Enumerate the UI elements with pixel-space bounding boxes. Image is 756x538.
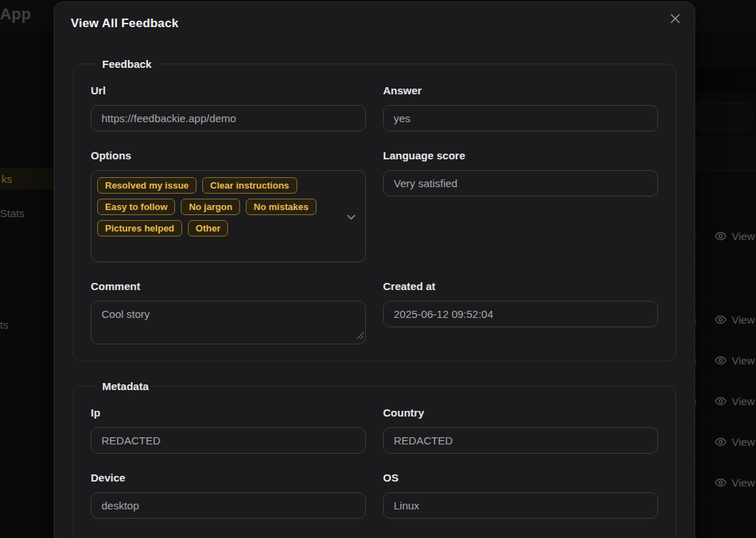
language-score-label: Language score xyxy=(383,149,658,161)
feedback-section: Feedback Url Answer Options Resolved my … xyxy=(73,58,676,362)
option-chip[interactable]: No mistakes xyxy=(246,199,317,215)
created-at-field-group: Created at xyxy=(383,280,658,344)
country-label: Country xyxy=(383,407,658,419)
option-chip[interactable]: Resolved my issue xyxy=(97,177,197,194)
language-score-field-group: Language score xyxy=(383,149,658,262)
answer-label: Answer xyxy=(383,84,658,96)
url-field-group: Url xyxy=(91,84,366,131)
device-field-group: Device xyxy=(91,472,366,519)
ip-field-group: Ip xyxy=(91,407,366,454)
option-chip[interactable]: Other xyxy=(188,220,229,236)
url-label: Url xyxy=(91,84,366,96)
answer-input[interactable] xyxy=(383,105,658,131)
options-field-group: Options Resolved my issue Clear instruct… xyxy=(91,149,366,262)
option-chip[interactable]: Pictures helped xyxy=(97,220,182,236)
answer-field-group: Answer xyxy=(383,84,658,131)
device-input[interactable] xyxy=(91,492,366,519)
options-label: Options xyxy=(91,149,366,161)
os-field-group: OS xyxy=(383,472,658,519)
metadata-section-legend: Metadata xyxy=(96,380,154,392)
options-multiselect[interactable]: Resolved my issue Clear instructions Eas… xyxy=(91,170,366,262)
resize-handle-icon[interactable] xyxy=(357,329,364,342)
chevron-down-icon[interactable] xyxy=(346,211,357,225)
comment-label: Comment xyxy=(91,280,366,292)
device-label: Device xyxy=(91,472,366,484)
option-chip[interactable]: Clear instructions xyxy=(202,177,297,194)
country-field-group: Country xyxy=(383,407,658,454)
comment-field-group: Comment Cool story xyxy=(91,280,366,344)
url-input[interactable] xyxy=(91,105,366,131)
view-all-feedback-modal: View All Feedback Feedback Url Answer Op… xyxy=(54,1,695,538)
modal-title: View All Feedback xyxy=(71,16,676,31)
ip-input[interactable] xyxy=(91,427,366,454)
comment-textarea[interactable]: Cool story xyxy=(91,301,366,344)
ip-label: Ip xyxy=(91,407,366,419)
os-input[interactable] xyxy=(383,492,658,519)
created-at-input[interactable] xyxy=(383,301,658,327)
close-icon[interactable] xyxy=(667,11,683,26)
country-input[interactable] xyxy=(383,427,658,454)
language-score-input[interactable] xyxy=(383,170,658,196)
feedback-section-legend: Feedback xyxy=(96,58,157,70)
metadata-section: Metadata Ip Country Device OS xyxy=(73,380,676,538)
created-at-label: Created at xyxy=(383,280,658,292)
option-chip[interactable]: Easy to follow xyxy=(97,199,175,215)
os-label: OS xyxy=(383,472,658,484)
option-chip[interactable]: No jargon xyxy=(181,199,240,215)
